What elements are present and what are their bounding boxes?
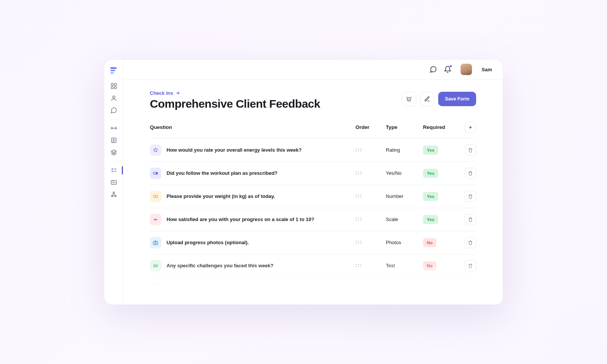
question-text: How would you rate your overall energy l…: [167, 147, 302, 153]
svg-point-36: [360, 218, 361, 218]
nav-integrations[interactable]: [110, 191, 117, 198]
page-title: Comprehensive Client Feedback: [150, 97, 320, 110]
nav-nutrition[interactable]: [110, 137, 117, 144]
delete-button[interactable]: [465, 237, 476, 248]
required-badge: Yes: [423, 215, 438, 224]
svg-point-12: [358, 148, 359, 149]
svg-point-18: [156, 173, 157, 174]
svg-point-38: [358, 220, 359, 221]
question-type: Number: [386, 193, 403, 199]
topbar: Sam: [123, 60, 503, 80]
svg-text:12: 12: [154, 196, 157, 198]
svg-point-9: [115, 195, 116, 196]
drag-handle[interactable]: [355, 263, 362, 268]
svg-point-42: [356, 241, 357, 242]
bell-icon[interactable]: [444, 66, 451, 73]
table-row-peek: [150, 278, 476, 295]
drag-handle[interactable]: [355, 170, 362, 176]
svg-rect-1: [114, 83, 116, 85]
svg-point-21: [360, 171, 361, 172]
question-type-icon: [150, 168, 161, 179]
svg-point-22: [356, 174, 357, 174]
alarm-icon: [406, 96, 412, 102]
col-header-required: Required: [423, 124, 465, 130]
delete-button[interactable]: [465, 260, 476, 271]
svg-point-27: [356, 195, 357, 195]
svg-point-47: [360, 243, 361, 244]
arrow-right-icon: [175, 91, 180, 96]
breadcrumb[interactable]: Check Ins: [150, 90, 320, 96]
drag-handle[interactable]: [355, 240, 362, 245]
svg-point-35: [358, 218, 359, 218]
svg-rect-3: [114, 86, 116, 88]
add-question-button[interactable]: [465, 122, 476, 133]
svg-point-33: [155, 219, 156, 220]
svg-point-28: [358, 195, 359, 195]
svg-point-23: [358, 174, 359, 174]
reminder-button[interactable]: [402, 92, 416, 106]
table-row: How satisfied are you with your progress…: [150, 208, 476, 231]
svg-rect-56: [154, 287, 158, 290]
nav-checkins[interactable]: [110, 167, 117, 174]
question-type-icon: AB: [150, 260, 161, 271]
svg-point-19: [356, 171, 357, 172]
required-badge: Yes: [423, 192, 438, 201]
question-type: Yes/No: [386, 170, 401, 176]
svg-point-20: [358, 171, 359, 172]
svg-point-4: [113, 96, 115, 98]
chat-icon[interactable]: [429, 66, 437, 73]
svg-point-46: [358, 243, 359, 244]
breadcrumb-label: Check Ins: [150, 90, 173, 96]
svg-point-16: [360, 151, 361, 151]
drag-handle[interactable]: [355, 193, 362, 199]
question-type-icon: [150, 237, 161, 248]
nav-messages[interactable]: [110, 107, 117, 114]
svg-point-37: [356, 220, 357, 221]
required-badge: Yes: [423, 169, 438, 178]
table-row: Did you follow the workout plan as presc…: [150, 162, 476, 185]
required-badge: No: [423, 238, 436, 247]
question-list: How would you rate your overall energy l…: [150, 139, 476, 278]
drag-handle[interactable]: [355, 217, 362, 222]
edit-button[interactable]: [420, 92, 434, 106]
save-form-button[interactable]: Save Form: [438, 92, 476, 106]
drag-handle[interactable]: [355, 147, 362, 153]
svg-point-44: [360, 241, 361, 242]
svg-point-8: [111, 195, 113, 196]
nav-programs[interactable]: [110, 149, 117, 156]
question-type-icon: [150, 214, 161, 225]
nav-workouts[interactable]: [110, 125, 117, 132]
content: Check Ins Comprehensive Client Feedback …: [123, 80, 503, 304]
svg-point-7: [113, 191, 115, 193]
svg-point-14: [356, 151, 357, 151]
main-area: Sam Check Ins Comprehensive Client Feedb…: [123, 60, 503, 304]
question-type: Text: [386, 263, 395, 268]
delete-button[interactable]: [465, 191, 476, 202]
svg-point-53: [356, 266, 357, 267]
app-window: Sam Check Ins Comprehensive Client Feedb…: [104, 60, 503, 304]
question-text: Any specific challenges you faced this w…: [167, 263, 274, 268]
svg-point-13: [360, 148, 361, 149]
col-header-type: Type: [386, 124, 423, 130]
svg-point-43: [358, 241, 359, 242]
svg-point-15: [358, 151, 359, 151]
avatar[interactable]: [461, 64, 472, 75]
delete-button[interactable]: [465, 144, 476, 156]
svg-point-32: [360, 197, 361, 198]
svg-point-54: [358, 266, 359, 267]
svg-point-34: [356, 218, 357, 218]
nav-forms[interactable]: [110, 179, 117, 186]
nav-clients[interactable]: [110, 95, 117, 102]
delete-button[interactable]: [465, 168, 476, 179]
question-type-icon: [150, 144, 161, 156]
app-logo: [110, 66, 118, 74]
question-text: How satisfied are you with your progress…: [167, 217, 314, 222]
notification-dot: [450, 65, 452, 67]
nav-dashboard[interactable]: [110, 83, 117, 89]
table-row: 12Please provide your weight (in kg) as …: [150, 185, 476, 208]
question-text: Upload progress photos (optional).: [167, 240, 249, 245]
svg-point-41: [155, 242, 156, 244]
svg-point-45: [356, 243, 357, 244]
username: Sam: [482, 67, 492, 72]
delete-button[interactable]: [465, 214, 476, 225]
